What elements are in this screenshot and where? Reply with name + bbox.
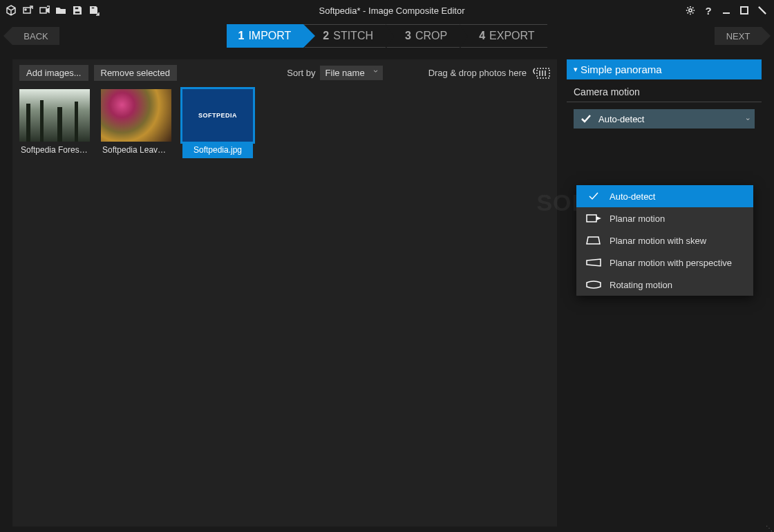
thumbnail-image: SOFTPEDIA [182, 89, 253, 142]
add-images-button[interactable]: Add images... [19, 65, 88, 81]
dropdown-item-planar-skew[interactable]: Planar motion with skew [576, 229, 753, 251]
thumbnail-label: Softpedia.jpg [182, 142, 253, 158]
dropdown-item-planar-motion[interactable]: Planar motion [576, 207, 753, 229]
resize-grip[interactable] [766, 524, 773, 531]
help-icon[interactable]: ? [701, 3, 716, 18]
titlebar-left-icons [4, 3, 101, 17]
svg-point-1 [25, 9, 26, 10]
save-as-icon[interactable] [87, 3, 101, 17]
back-button[interactable]: BACK [12, 27, 59, 45]
camera-motion-select[interactable]: Auto-detect › [574, 109, 755, 129]
planar-icon [586, 213, 601, 224]
maximize-icon[interactable] [737, 3, 752, 18]
svg-rect-8 [741, 7, 748, 14]
svg-rect-15 [587, 215, 596, 222]
next-button[interactable]: NEXT [715, 27, 762, 45]
svg-line-10 [759, 7, 766, 14]
window-title: Softpedia* - Image Composite Editor [101, 6, 683, 16]
step-export[interactable]: 4EXPORT [460, 24, 547, 48]
step-crop[interactable]: 3CROP [386, 24, 460, 48]
dropdown-item-rotating-motion[interactable]: Rotating motion [576, 274, 753, 296]
dropdown-item-auto-detect[interactable]: Auto-detect [576, 185, 753, 207]
thumbnail-image [19, 89, 90, 142]
camera-motion-dropdown: Auto-detect Planar motion Planar motion … [576, 185, 753, 296]
titlebar-right-controls: ? [683, 3, 770, 18]
images-panel: Add images... Remove selected Sort by Fi… [12, 59, 557, 526]
open-folder-icon[interactable] [54, 3, 68, 17]
thumbnail-image [101, 89, 171, 142]
title-bar: Softpedia* - Image Composite Editor ? [0, 0, 774, 21]
remove-selected-button[interactable]: Remove selected [94, 65, 177, 81]
nav-bar: BACK 1IMPORT 2STITCH 3CROP 4EXPORT NEXT [0, 21, 774, 51]
thumbnail-label: Softpedia Forest.j... [19, 142, 90, 158]
chevron-down-icon: › [744, 117, 752, 120]
thumbnail-label: Softpedia Leaves.... [101, 142, 171, 158]
thumbnail-item[interactable]: Softpedia Leaves.... [101, 89, 171, 158]
svg-marker-16 [587, 237, 600, 244]
new-panorama-icon[interactable] [4, 3, 18, 17]
panel-header-simple-panorama[interactable]: ▾ Simple panorama [567, 59, 762, 79]
svg-rect-2 [40, 8, 46, 13]
camera-motion-label: Camera motion [567, 79, 762, 102]
svg-rect-4 [75, 11, 80, 14]
check-icon [586, 191, 601, 202]
svg-point-6 [689, 9, 692, 12]
new-from-images-icon[interactable] [21, 3, 35, 17]
svg-rect-11 [537, 68, 549, 78]
thumbnail-item[interactable]: SOFTPEDIA Softpedia.jpg [182, 89, 253, 158]
step-import[interactable]: 1IMPORT [227, 24, 303, 48]
planar-skew-icon [586, 235, 601, 246]
rotating-icon [586, 279, 601, 290]
drag-drop-hint: Drag & drop photos here [428, 67, 550, 79]
sort-by-label: Sort by [287, 68, 315, 78]
thumbnail-grid[interactable]: Softpedia Forest.j... Softpedia Leaves..… [12, 86, 557, 161]
dropdown-item-planar-perspective[interactable]: Planar motion with perspective [576, 251, 753, 274]
minimize-icon[interactable] [719, 3, 734, 18]
drop-target-icon [531, 67, 550, 79]
close-icon[interactable] [755, 3, 770, 18]
svg-rect-0 [23, 8, 30, 13]
svg-marker-17 [587, 259, 601, 266]
images-toolbar: Add images... Remove selected Sort by Fi… [12, 59, 557, 86]
settings-icon[interactable] [683, 3, 698, 18]
new-from-video-icon[interactable] [37, 3, 51, 17]
step-stitch[interactable]: 2STITCH [303, 24, 386, 48]
save-icon[interactable] [70, 3, 84, 17]
chevron-down-icon: ▾ [574, 65, 578, 74]
thumbnail-item[interactable]: Softpedia Forest.j... [19, 89, 90, 158]
svg-rect-5 [91, 7, 95, 9]
check-icon [580, 113, 592, 124]
planar-perspective-icon [586, 257, 601, 268]
svg-rect-3 [75, 7, 79, 10]
workflow-steps: 1IMPORT 2STITCH 3CROP 4EXPORT [227, 24, 547, 48]
body: SOFTPEDIA Add images... Remove selected … [0, 51, 774, 532]
sort-by-select[interactable]: File name [320, 66, 383, 80]
